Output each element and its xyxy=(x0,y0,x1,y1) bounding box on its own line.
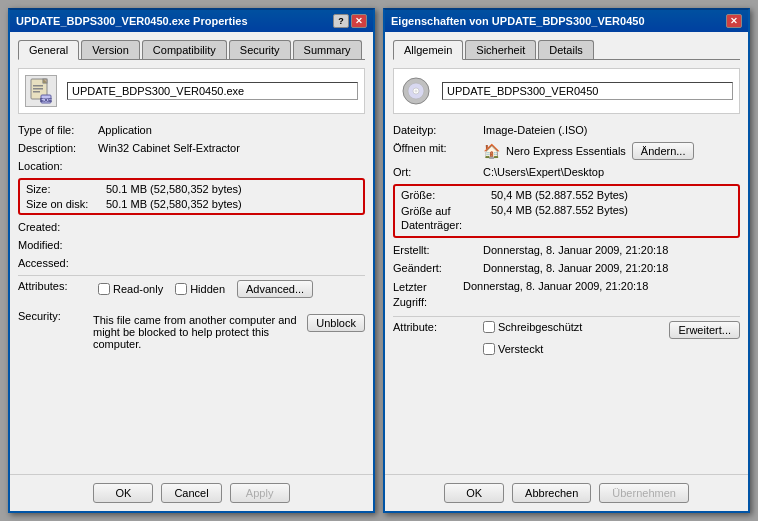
accessed-row: Accessed: xyxy=(18,257,365,269)
svg-point-11 xyxy=(415,90,418,93)
location-label: Location: xyxy=(18,160,98,172)
security-label: Security: xyxy=(18,310,93,322)
datetype-value: Image-Dateien (.ISO) xyxy=(483,124,740,136)
open-with-label: Öffnen mit: xyxy=(393,142,483,154)
erstellt-row: Erstellt: Donnerstag, 8. Januar 2009, 21… xyxy=(393,244,740,256)
attributes-row: Attributes: Read-only Hidden Advanced... xyxy=(18,280,365,304)
right-ok-button[interactable]: OK xyxy=(444,483,504,503)
description-value: Win32 Cabinet Self-Extractor xyxy=(98,142,365,154)
right-title-text: Eigenschaften von UPDATE_BDPS300_VER0450 xyxy=(391,15,645,27)
tab-version[interactable]: Version xyxy=(81,40,140,59)
cancel-button[interactable]: Cancel xyxy=(161,483,221,503)
help-button[interactable]: ? xyxy=(333,14,349,28)
description-row: Description: Win32 Cabinet Self-Extracto… xyxy=(18,142,365,154)
geandert-value: Donnerstag, 8. Januar 2009, 21:20:18 xyxy=(483,262,740,274)
ort-row: Ort: C:\Users\Expert\Desktop xyxy=(393,166,740,178)
size-on-disk-value: 50.1 MB (52,580,352 bytes) xyxy=(106,198,357,210)
readonly-checkbox[interactable] xyxy=(98,283,110,295)
tab-compatibility[interactable]: Compatibility xyxy=(142,40,227,59)
tab-sicherheit[interactable]: Sicherheit xyxy=(465,40,536,59)
security-text: This file came from another computer and… xyxy=(93,314,299,350)
right-file-header xyxy=(393,68,740,114)
attributes-label: Attributes: xyxy=(18,280,98,292)
tab-general[interactable]: General xyxy=(18,40,79,60)
datetype-label: Dateityp: xyxy=(393,124,483,136)
groesse-disk-row: Größe auf Datenträger: 50,4 MB (52.887.5… xyxy=(401,204,732,233)
size-value: 50.1 MB (52,580,352 bytes) xyxy=(106,183,357,195)
tab-security[interactable]: Security xyxy=(229,40,291,59)
schreibgeschuetzt-label[interactable]: Schreibgeschützt xyxy=(483,321,661,333)
left-title-text: UPDATE_BDPS300_VER0450.exe Properties xyxy=(16,15,248,27)
size-label: Size: xyxy=(26,183,106,195)
groesse-value: 50,4 MB (52.887.552 Bytes) xyxy=(491,189,732,201)
right-info-section: Dateityp: Image-Dateien (.ISO) Öffnen mi… xyxy=(393,124,740,466)
svg-rect-4 xyxy=(33,88,43,90)
apply-button[interactable]: Apply xyxy=(230,483,290,503)
cd-icon xyxy=(400,75,432,107)
erstellt-value: Donnerstag, 8. Januar 2009, 21:20:18 xyxy=(483,244,740,256)
hidden-checkbox[interactable] xyxy=(175,283,187,295)
right-close-button[interactable]: ✕ xyxy=(726,14,742,28)
svg-rect-3 xyxy=(33,85,43,87)
groesse-disk-label: Größe auf Datenträger: xyxy=(401,204,491,233)
size-row: Size: 50.1 MB (52,580,352 bytes) xyxy=(26,183,357,195)
location-row: Location: xyxy=(18,160,365,172)
schreibgeschuetzt-checkbox[interactable] xyxy=(483,321,495,333)
erstellt-label: Erstellt: xyxy=(393,244,483,256)
close-button[interactable]: ✕ xyxy=(351,14,367,28)
datetype-row: Dateityp: Image-Dateien (.ISO) xyxy=(393,124,740,136)
unblock-button[interactable]: Unblock xyxy=(307,314,365,332)
right-title-buttons: ✕ xyxy=(726,14,742,28)
right-size-box: Größe: 50,4 MB (52.887.552 Bytes) Größe … xyxy=(393,184,740,238)
erweitert-button[interactable]: Erweitert... xyxy=(669,321,740,339)
left-content: General Version Compatibility Security S… xyxy=(10,32,373,474)
right-properties-dialog: Eigenschaften von UPDATE_BDPS300_VER0450… xyxy=(383,8,750,513)
svg-rect-5 xyxy=(33,91,40,93)
groesse-label: Größe: xyxy=(401,189,491,201)
tab-details[interactable]: Details xyxy=(538,40,594,59)
right-title-bar: Eigenschaften von UPDATE_BDPS300_VER0450… xyxy=(385,10,748,32)
advanced-button[interactable]: Advanced... xyxy=(237,280,313,298)
created-label: Created: xyxy=(18,221,98,233)
versteckt-checkbox[interactable] xyxy=(483,343,495,355)
right-footer: OK Abbrechen Übernehmen xyxy=(385,474,748,511)
letzter-row: Letzter Zugriff: Donnerstag, 8. Januar 2… xyxy=(393,280,740,311)
groesse-disk-value: 50,4 MB (52.887.552 Bytes) xyxy=(491,204,732,216)
type-row: Type of file: Application xyxy=(18,124,365,136)
ort-label: Ort: xyxy=(393,166,483,178)
modified-row: Modified: xyxy=(18,239,365,251)
right-attributes-content: Schreibgeschützt Versteckt Erweitert... xyxy=(483,321,740,355)
attributes-checkboxes: Read-only Hidden Advanced... xyxy=(98,280,313,298)
change-app-button[interactable]: Ändern... xyxy=(632,142,695,160)
right-attributes-row: Attribute: Schreibgeschützt Versteckt Er… xyxy=(393,321,740,355)
info-section: Type of file: Application Description: W… xyxy=(18,124,365,466)
file-icon: EXE xyxy=(25,75,57,107)
description-label: Description: xyxy=(18,142,98,154)
geandert-row: Geändert: Donnerstag, 8. Januar 2009, 21… xyxy=(393,262,740,274)
tab-summary[interactable]: Summary xyxy=(293,40,362,59)
letzter-value: Donnerstag, 8. Januar 2009, 21:20:18 xyxy=(463,280,740,292)
right-content: Allgemein Sicherheit Details Dateityp: I… xyxy=(385,32,748,474)
geandert-label: Geändert: xyxy=(393,262,483,274)
left-title-bar: UPDATE_BDPS300_VER0450.exe Properties ? … xyxy=(10,10,373,32)
versteckt-label[interactable]: Versteckt xyxy=(483,343,661,355)
security-row: Security: This file came from another co… xyxy=(18,310,365,350)
left-tab-bar: General Version Compatibility Security S… xyxy=(18,40,365,60)
hidden-checkbox-label[interactable]: Hidden xyxy=(175,283,225,295)
left-properties-dialog: UPDATE_BDPS300_VER0450.exe Properties ? … xyxy=(8,8,375,513)
abbrechen-button[interactable]: Abbrechen xyxy=(512,483,591,503)
size-box: Size: 50.1 MB (52,580,352 bytes) Size on… xyxy=(18,178,365,215)
uebernehmen-button[interactable]: Übernehmen xyxy=(599,483,689,503)
modified-label: Modified: xyxy=(18,239,98,251)
svg-text:EXE: EXE xyxy=(40,97,52,103)
ok-button[interactable]: OK xyxy=(93,483,153,503)
right-file-name-input[interactable] xyxy=(442,82,733,100)
file-name-input[interactable] xyxy=(67,82,358,100)
left-footer: OK Cancel Apply xyxy=(10,474,373,511)
tab-allgemein[interactable]: Allgemein xyxy=(393,40,463,60)
letzter-label: Letzter Zugriff: xyxy=(393,280,463,311)
app-icon: 🏠 xyxy=(483,143,500,159)
file-header: EXE xyxy=(18,68,365,114)
readonly-checkbox-label[interactable]: Read-only xyxy=(98,283,163,295)
size-on-disk-label: Size on disk: xyxy=(26,198,106,210)
